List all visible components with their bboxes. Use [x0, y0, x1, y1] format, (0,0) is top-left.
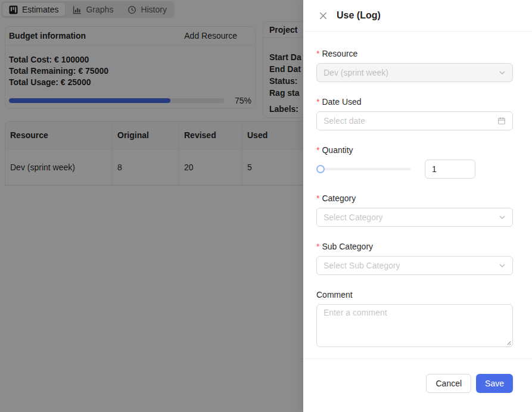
close-icon[interactable]: [318, 10, 328, 21]
sub-category-select[interactable]: Select Sub Category: [316, 256, 513, 275]
sub-category-placeholder: Select Sub Category: [323, 261, 400, 270]
required-mark: *: [316, 242, 319, 251]
date-used-picker[interactable]: Select date: [316, 111, 513, 130]
required-mark: *: [316, 98, 319, 106]
cancel-button[interactable]: Cancel: [426, 374, 471, 393]
category-field-label: Category: [322, 193, 356, 203]
slider-handle[interactable]: [316, 165, 325, 173]
date-used-placeholder: Select date: [323, 116, 365, 126]
calendar-icon: [497, 117, 506, 125]
date-used-field-label: Date Used: [322, 97, 361, 107]
chevron-down-icon: [499, 69, 506, 76]
quantity-field-label: Quantity: [322, 145, 353, 155]
quantity-input[interactable]: [425, 160, 475, 179]
required-mark: *: [316, 49, 319, 58]
comment-textarea[interactable]: [316, 304, 513, 347]
sub-category-form-item: * Sub Category Select Sub Category: [316, 240, 513, 275]
use-log-drawer: Use (Log) * Resource Dev (sprint week) *: [303, 0, 532, 412]
resource-form-item: * Resource Dev (sprint week): [316, 47, 513, 82]
app-window: Estimates Graphs History Budget informat…: [0, 0, 532, 412]
drawer-title: Use (Log): [337, 8, 381, 23]
category-placeholder: Select Category: [323, 213, 383, 222]
save-button[interactable]: Save: [476, 374, 513, 393]
drawer-footer: Cancel Save: [303, 358, 532, 412]
category-form-item: * Category Select Category: [316, 192, 513, 227]
comment-form-item: Comment: [316, 288, 513, 347]
drawer-mask[interactable]: [0, 0, 303, 412]
chevron-down-icon: [499, 214, 506, 221]
slider-rail: [318, 168, 410, 170]
sub-category-field-label: Sub Category: [322, 242, 373, 251]
quantity-form-item: * Quantity: [316, 143, 513, 179]
chevron-down-icon: [499, 262, 506, 269]
resource-select[interactable]: Dev (sprint week): [316, 63, 513, 82]
required-mark: *: [316, 146, 319, 154]
resource-select-value: Dev (sprint week): [323, 68, 388, 77]
drawer-header: Use (Log): [303, 0, 532, 32]
comment-field-label: Comment: [316, 290, 353, 299]
category-select[interactable]: Select Category: [316, 208, 513, 227]
resource-field-label: Resource: [322, 49, 357, 58]
resize-handle-icon[interactable]: [506, 340, 511, 345]
drawer-form: * Resource Dev (sprint week) * Date Used…: [303, 32, 532, 347]
required-mark: *: [316, 194, 319, 202]
quantity-slider[interactable]: [316, 160, 412, 179]
date-used-form-item: * Date Used Select date: [316, 95, 513, 130]
